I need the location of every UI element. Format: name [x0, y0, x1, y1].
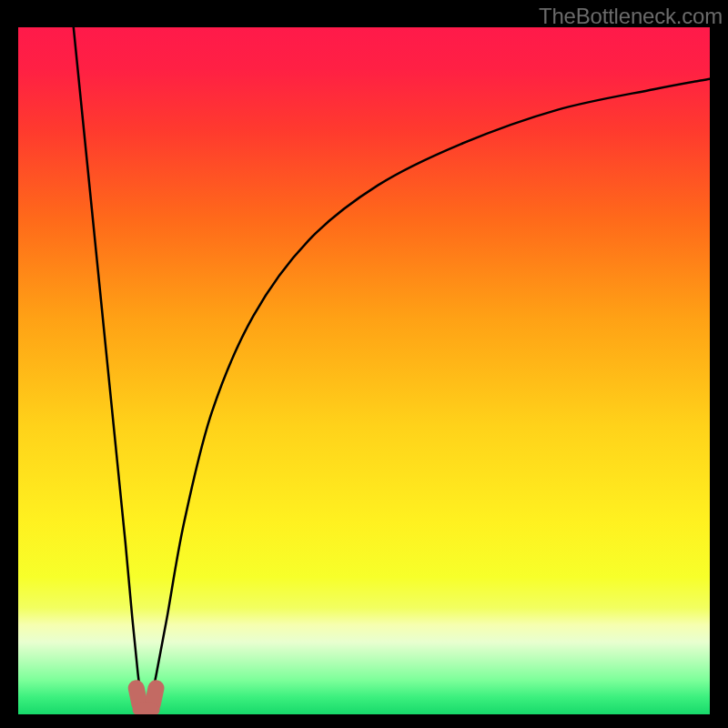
- chart-svg: [18, 27, 710, 714]
- plot-area: [18, 27, 710, 714]
- watermark-text: TheBottleneck.com: [539, 4, 723, 29]
- gradient-background: [18, 27, 710, 714]
- outer-frame: TheBottleneck.com: [0, 0, 728, 728]
